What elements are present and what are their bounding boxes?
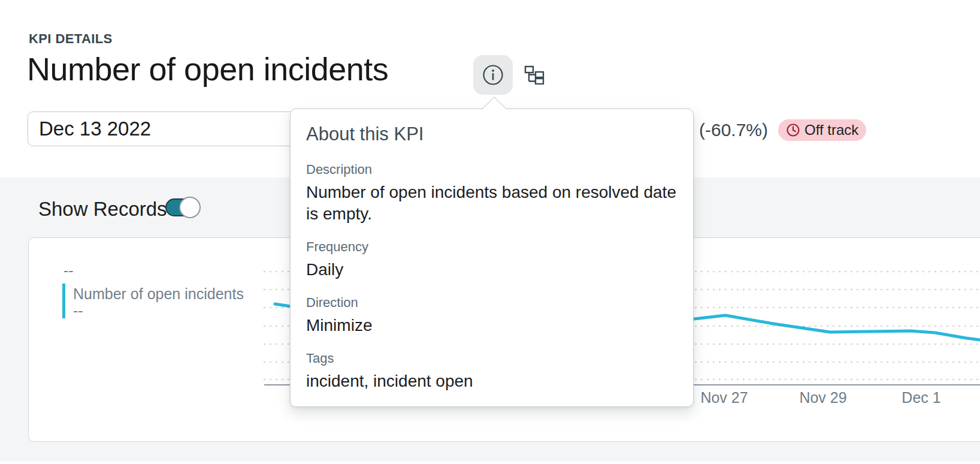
status-badge: Off track bbox=[778, 119, 866, 141]
info-circle-icon bbox=[482, 64, 504, 86]
info-button[interactable] bbox=[473, 55, 513, 95]
popover-section-label: Tags bbox=[306, 349, 677, 367]
x-tick-label: Dec 1 bbox=[902, 389, 940, 406]
popover-section-label: Direction bbox=[306, 294, 677, 312]
popover-section-label: Frequency bbox=[306, 238, 677, 256]
page-title: Number of open incidents bbox=[27, 50, 388, 88]
lineage-button[interactable] bbox=[524, 65, 545, 85]
popover-section-value: incident, incident open bbox=[306, 370, 677, 392]
popover-heading: About this KPI bbox=[306, 122, 677, 146]
about-kpi-popover: About this KPI DescriptionNumber of open… bbox=[290, 109, 694, 407]
show-records-label: Show Records bbox=[38, 198, 167, 221]
popover-section-value: Minimize bbox=[306, 315, 677, 336]
page-kicker: KPI DETAILS bbox=[29, 31, 113, 47]
popover-caret-icon bbox=[482, 97, 506, 120]
x-tick-label: Nov 29 bbox=[799, 389, 846, 406]
change-percent: (-60.7%) bbox=[699, 119, 768, 141]
popover-section: DirectionMinimize bbox=[306, 294, 677, 336]
popover-section-label: Description bbox=[306, 161, 677, 179]
clock-icon bbox=[786, 123, 800, 137]
show-records-toggle[interactable] bbox=[165, 198, 198, 216]
popover-section: FrequencyDaily bbox=[306, 238, 677, 281]
popover-section-value: Number of open incidents based on resolv… bbox=[306, 182, 677, 225]
popover-section-value: Daily bbox=[306, 259, 677, 281]
toggle-knob bbox=[179, 197, 201, 218]
popover-section: DescriptionNumber of open incidents base… bbox=[306, 161, 677, 225]
x-tick-label: Nov 27 bbox=[700, 389, 748, 406]
popover-section: Tagsincident, incident open bbox=[306, 349, 677, 392]
kpi-tree-icon bbox=[524, 65, 545, 85]
popover-sections: DescriptionNumber of open incidents base… bbox=[306, 161, 677, 392]
status-badge-label: Off track bbox=[804, 119, 858, 141]
